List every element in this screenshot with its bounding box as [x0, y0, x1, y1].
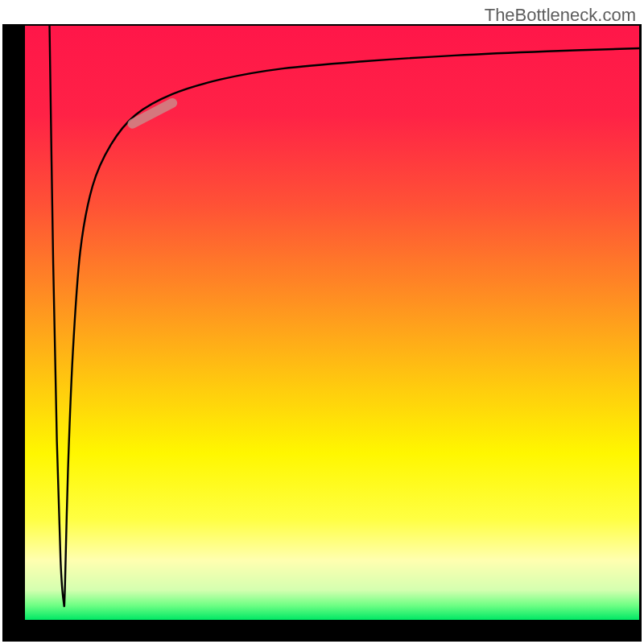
- x-axis-bar: [2, 620, 639, 642]
- watermark-text: TheBottleneck.com: [485, 5, 636, 26]
- chart-container: [0, 0, 644, 644]
- y-axis-bar: [2, 26, 25, 642]
- frame-right: [639, 24, 642, 642]
- chart-svg: [0, 0, 644, 644]
- plot-background: [25, 26, 639, 620]
